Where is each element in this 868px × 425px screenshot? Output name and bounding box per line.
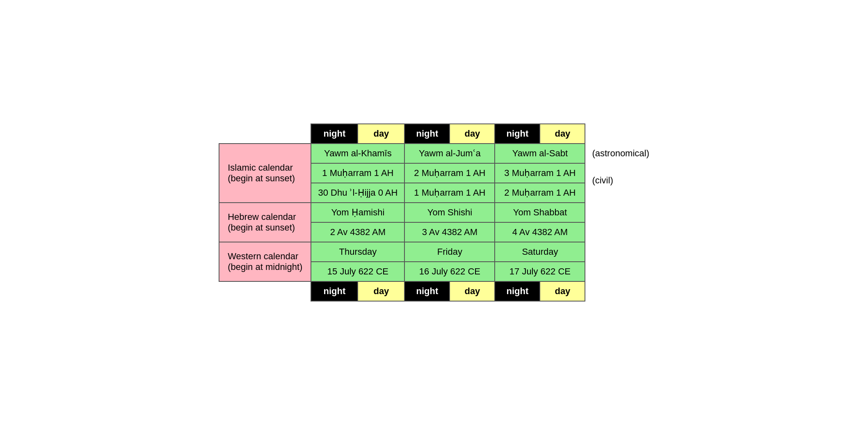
islamic-day3-name: Yawm al-Sabt: [495, 144, 585, 163]
hebrew-day3-name: Yom Shabbat: [495, 203, 585, 222]
header-night-3: night: [495, 124, 540, 144]
footer-day-1: day: [358, 281, 404, 301]
header-row-top: night day night day night day: [219, 124, 585, 144]
civil-note: (civil): [592, 175, 649, 186]
islamic-day1-civil: 30 Dhu ʾl-Ḥijja 0 AH: [311, 183, 404, 203]
hebrew-day2-name: Yom Shishi: [404, 203, 495, 222]
astronomical-note: (astronomical): [592, 148, 649, 159]
header-night-2: night: [404, 124, 450, 144]
islamic-day2-name: Yawm al-Jumʿa: [404, 144, 495, 163]
hebrew-row-daynames: Hebrew calendar (begin at sunset) Yom Ḥa…: [219, 203, 585, 222]
western-day2-date: 16 July 622 CE: [404, 262, 495, 281]
islamic-row-daynames: Islamic calendar (begin at sunset) Yawm …: [219, 144, 585, 163]
western-day3-date: 17 July 622 CE: [495, 262, 585, 281]
islamic-day1-name: Yawm al-Khamīs: [311, 144, 404, 163]
western-row-daynames: Western calendar (begin at midnight) Thu…: [219, 242, 585, 262]
header-day-1: day: [358, 124, 404, 144]
side-notes: (astronomical) (civil): [592, 123, 649, 202]
islamic-day3-astro: 3 Muḥarram 1 AH: [495, 163, 585, 183]
western-day3-name: Saturday: [495, 242, 585, 262]
header-day-3: day: [540, 124, 585, 144]
western-label: Western calendar (begin at midnight): [219, 242, 311, 281]
footer-night-3: night: [495, 281, 540, 301]
footer-night-1: night: [311, 281, 358, 301]
islamic-day1-astro: 1 Muḥarram 1 AH: [311, 163, 404, 183]
header-night-1: night: [311, 124, 358, 144]
western-day1-date: 15 July 622 CE: [311, 262, 404, 281]
western-day1-name: Thursday: [311, 242, 404, 262]
western-day2-name: Friday: [404, 242, 495, 262]
islamic-label: Islamic calendar (begin at sunset): [219, 144, 311, 203]
header-day-2: day: [450, 124, 495, 144]
footer-row-bottom: night day night day night day: [219, 281, 585, 301]
footer-day-3: day: [540, 281, 585, 301]
islamic-day2-civil: 1 Muḥarram 1 AH: [404, 183, 495, 203]
hebrew-day1-name: Yom Ḥamishi: [311, 203, 404, 222]
hebrew-day3-date: 4 Av 4382 AM: [495, 222, 585, 242]
islamic-day3-civil: 2 Muḥarram 1 AH: [495, 183, 585, 203]
hebrew-label: Hebrew calendar (begin at sunset): [219, 203, 311, 242]
footer-night-2: night: [404, 281, 450, 301]
main-container: night day night day night day Islamic ca…: [210, 115, 658, 310]
hebrew-day2-date: 3 Av 4382 AM: [404, 222, 495, 242]
footer-day-2: day: [450, 281, 495, 301]
hebrew-day1-date: 2 Av 4382 AM: [311, 222, 404, 242]
islamic-day2-astro: 2 Muḥarram 1 AH: [404, 163, 495, 183]
calendar-table: night day night day night day Islamic ca…: [219, 123, 585, 302]
